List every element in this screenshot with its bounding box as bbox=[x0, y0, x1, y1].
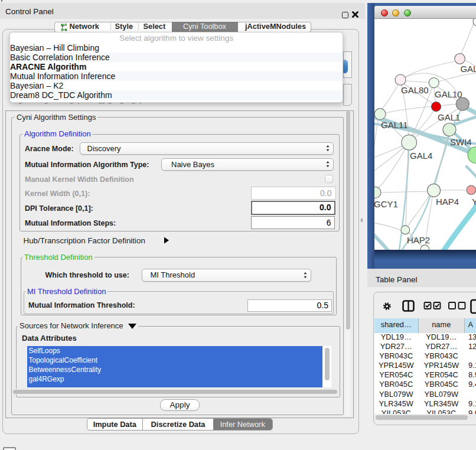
svg-text:GAL80: GAL80 bbox=[401, 84, 429, 94]
svg-text:GAL11: GAL11 bbox=[381, 119, 408, 129]
svg-text:GAL4: GAL4 bbox=[410, 150, 432, 160]
svg-text:GCY1: GCY1 bbox=[374, 198, 398, 208]
svg-text:GAL10: GAL10 bbox=[435, 89, 462, 99]
svg-text:HAP4: HAP4 bbox=[436, 197, 459, 207]
svg-text:GAL8: GAL8 bbox=[460, 64, 476, 74]
svg-text:HAP2: HAP2 bbox=[407, 235, 430, 245]
svg-text:SWI4: SWI4 bbox=[450, 136, 472, 146]
svg-text:Y: Y bbox=[472, 197, 476, 207]
svg-text:GAL1: GAL1 bbox=[438, 112, 460, 122]
